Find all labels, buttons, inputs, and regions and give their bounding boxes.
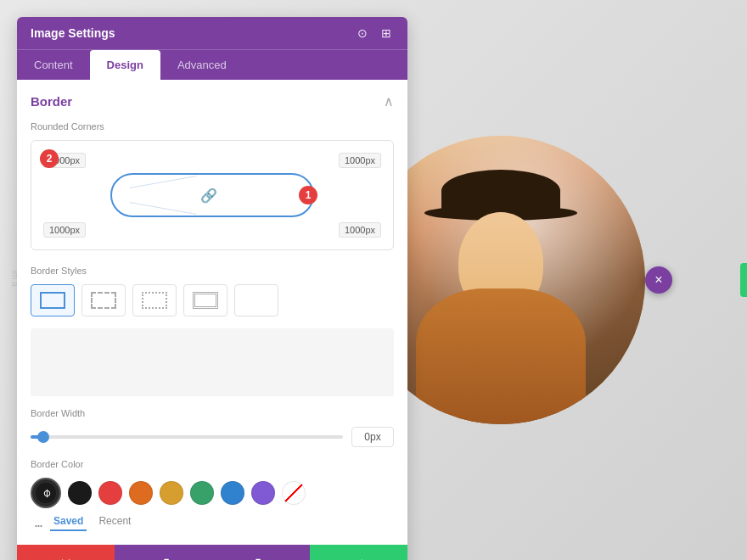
- tab-bar: Content Design Advanced: [17, 49, 407, 80]
- color-black[interactable]: [68, 481, 92, 505]
- corners-bottom-row: 1000px 1000px: [43, 222, 381, 238]
- none-preview: [244, 292, 269, 309]
- top-right-corner[interactable]: 1000px: [339, 153, 381, 168]
- tab-content[interactable]: Content: [17, 50, 90, 80]
- green-side-bar: [740, 263, 747, 297]
- eyedropper-inner: ⌀: [36, 483, 56, 503]
- bottom-right-corner[interactable]: 1000px: [339, 222, 381, 238]
- panel-title: Image Settings: [31, 26, 115, 40]
- body: [416, 288, 586, 424]
- confirm-button[interactable]: ✓: [310, 545, 407, 560]
- rounded-corners-container: 2 1000px 1000px 🔗 1 1000px 1000px: [31, 140, 394, 250]
- style-double-option[interactable]: [183, 284, 227, 316]
- dotted-preview: [142, 292, 167, 309]
- cancel-button[interactable]: ✕: [17, 545, 115, 560]
- link-icon[interactable]: 🔗: [200, 188, 217, 204]
- recent-tab[interactable]: Recent: [95, 513, 134, 531]
- border-color-label: Border Color: [31, 459, 394, 469]
- eyedropper-button[interactable]: ⌀: [31, 478, 61, 508]
- border-width-section: Border Width 0px: [31, 408, 394, 447]
- border-styles-section: Border Styles: [31, 266, 394, 316]
- dashed-preview: [91, 292, 116, 309]
- badge-2: 2: [40, 149, 59, 168]
- corner-oval-preview: 🔗 1: [110, 173, 314, 217]
- color-blue[interactable]: [221, 481, 244, 505]
- width-slider-track[interactable]: [31, 435, 343, 439]
- style-dashed-option[interactable]: [81, 284, 126, 316]
- collapse-icon[interactable]: ∧: [384, 93, 394, 109]
- rounded-corners-label: Rounded Corners: [31, 121, 394, 132]
- color-green[interactable]: [190, 481, 214, 505]
- eyedropper-icon: ⌀: [39, 486, 53, 501]
- border-title: Border: [31, 94, 72, 109]
- fullscreen-icon[interactable]: ⊙: [355, 25, 370, 41]
- width-value-display: 0px: [351, 427, 394, 447]
- color-orange[interactable]: [129, 481, 153, 505]
- tab-advanced[interactable]: Advanced: [160, 50, 244, 80]
- close-x-icon: ×: [654, 272, 662, 288]
- layout-icon[interactable]: ⊞: [379, 25, 394, 41]
- bottom-left-corner[interactable]: 1000px: [43, 222, 86, 238]
- border-preview-box: [31, 328, 394, 396]
- double-preview: [193, 292, 218, 309]
- style-solid-option[interactable]: [31, 284, 75, 316]
- panel-header: Image Settings ⊙ ⊞: [17, 17, 407, 49]
- corners-top-row: 1000px 1000px: [43, 153, 381, 168]
- tab-design[interactable]: Design: [90, 50, 160, 80]
- slider-thumb[interactable]: [37, 431, 49, 443]
- solid-preview: [40, 292, 65, 309]
- color-red[interactable]: [98, 481, 122, 505]
- border-section-header: Border ∧: [31, 93, 394, 109]
- slider-row: 0px: [31, 427, 394, 447]
- border-color-section: Border Color ⌀: [31, 459, 394, 508]
- style-options: [31, 284, 394, 316]
- panel-footer: ✕ ↺ ↻ ✓: [17, 545, 407, 560]
- border-styles-label: Border Styles: [31, 266, 394, 276]
- header-icons: ⊙ ⊞: [355, 25, 394, 41]
- border-width-label: Border Width: [31, 408, 394, 418]
- undo-button[interactable]: ↺: [115, 545, 212, 560]
- bottom-tabs: ... Saved Recent: [31, 513, 394, 531]
- panel-content: Border ∧ Rounded Corners 2 1000px 1000px…: [17, 80, 407, 545]
- redo-button[interactable]: ↻: [212, 545, 310, 560]
- saved-tab[interactable]: Saved: [50, 513, 87, 531]
- color-none[interactable]: [282, 481, 306, 505]
- style-dotted-option[interactable]: [132, 284, 177, 316]
- color-yellow[interactable]: [160, 481, 183, 505]
- badge-1: 1: [299, 186, 317, 204]
- image-settings-panel: Image Settings ⊙ ⊞ Content Design Advanc…: [17, 17, 407, 560]
- color-purple[interactable]: [251, 481, 275, 505]
- color-row: ⌀: [31, 478, 394, 508]
- style-none-option[interactable]: [234, 284, 278, 316]
- close-circle-button[interactable]: ×: [645, 266, 672, 294]
- more-options-button[interactable]: ...: [34, 513, 42, 531]
